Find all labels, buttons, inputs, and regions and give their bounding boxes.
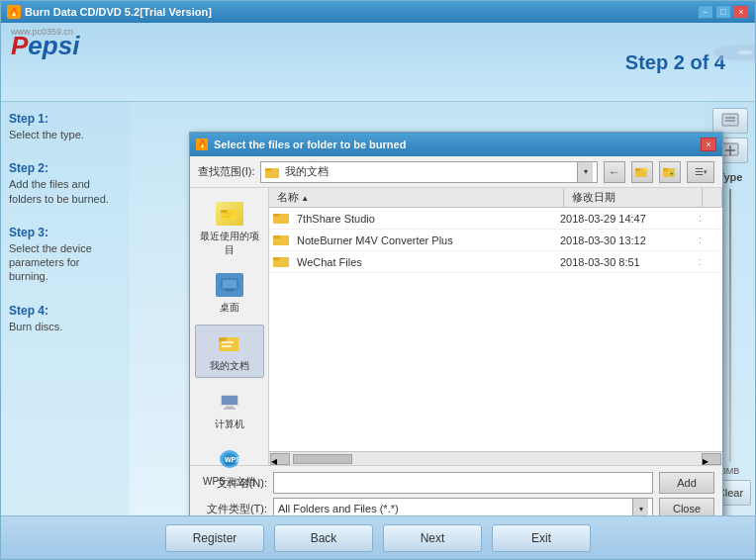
file-item-2[interactable]: WeChat Files 2018-03-30 8:51 : <box>269 251 722 273</box>
folder-up-button[interactable] <box>631 161 653 183</box>
folder-icon <box>265 165 281 179</box>
file-item-0[interactable]: 7thShare Studio 2018-03-29 14:47 : <box>269 208 722 230</box>
title-bar: 🔥 Burn Data CD/DVD 5.2[Trial Version] − … <box>1 1 755 23</box>
svg-rect-22 <box>222 345 232 347</box>
file-date-2: 2018-03-30 8:51 <box>560 256 699 268</box>
step-4-desc: Burn discs. <box>9 320 122 333</box>
folder-icon-1 <box>273 233 293 248</box>
step-3: Step 3: Select the device parameters for… <box>9 226 122 284</box>
size-label: 0MB <box>721 466 740 476</box>
file-dialog: 🔥 Select the files or folder to be burne… <box>189 132 723 515</box>
disc-decoration <box>676 23 755 102</box>
nav-recent-label: 最近使用的项目 <box>197 230 262 257</box>
slider-track <box>729 189 731 462</box>
sidebar-btn-1[interactable] <box>712 108 748 134</box>
dialog-title-text: Select the files or folder to be burned <box>214 139 701 150</box>
scroll-right-btn[interactable]: ▸ <box>702 453 721 465</box>
horizontal-scrollbar[interactable]: ◂ ▸ <box>269 451 722 465</box>
file-item-1[interactable]: NoteBurner M4V Converter Plus 2018-03-30… <box>269 230 722 251</box>
svg-point-2 <box>737 50 753 54</box>
filetype-combo[interactable]: All Folders and Files (*.*) ▾ <box>273 498 653 515</box>
filetype-combo-arrow[interactable]: ▾ <box>632 499 648 515</box>
folder-icon-2 <box>273 254 293 270</box>
minimize-button[interactable]: − <box>698 5 713 19</box>
step-2-label: Step 2: <box>9 161 122 175</box>
file-date-0: 2018-03-29 14:47 <box>560 213 699 225</box>
nav-item-mydocs[interactable]: 我的文档 <box>195 325 264 378</box>
svg-rect-25 <box>226 407 234 409</box>
svg-rect-4 <box>265 168 271 171</box>
step-4-label: Step 4: <box>9 304 122 318</box>
file-extra-2: : <box>699 256 718 267</box>
svg-text:WPS: WPS <box>225 456 240 463</box>
filetype-label: 文件类型(T): <box>198 502 267 516</box>
file-extra-1: : <box>699 234 718 245</box>
step-3-label: Step 3: <box>9 226 122 239</box>
step-4: Step 4: Burn discs. <box>9 304 122 333</box>
filelist-items: 7thShare Studio 2018-03-29 14:47 : NoteB… <box>269 208 722 451</box>
view-toggle-button[interactable]: ☰▾ <box>687 161 714 183</box>
filename-row: 文件名(N): Add <box>198 472 714 494</box>
left-sidebar: Step 1: Select the type. Step 2: Add the… <box>1 102 130 515</box>
next-button[interactable]: Next <box>383 524 482 552</box>
col-extra <box>703 188 722 207</box>
computer-icon <box>214 388 245 416</box>
step-2-desc: Add the files and folders to be burned. <box>9 177 122 206</box>
dialog-nav: 最近使用的项目 桌面 <box>190 188 269 465</box>
title-controls: − □ × <box>698 5 749 19</box>
nav-item-recent[interactable]: 最近使用的项目 <box>195 196 264 261</box>
col-name[interactable]: 名称 <box>269 188 564 207</box>
new-folder-button[interactable]: + <box>659 161 681 183</box>
svg-rect-31 <box>273 214 280 217</box>
main-content: 🔥 Select the files or folder to be burne… <box>130 102 706 515</box>
toolbar-label: 查找范围(I): <box>198 164 254 179</box>
dialog-close-button[interactable]: × <box>701 138 716 151</box>
close-dialog-button[interactable]: Close <box>659 498 714 515</box>
svg-rect-9 <box>663 168 668 171</box>
step-2: Step 2: Add the files and folders to be … <box>9 161 122 206</box>
app-icon: 🔥 <box>7 5 21 19</box>
slider-area: 0MB <box>721 187 740 476</box>
website-text: www.pc0359.cn <box>11 27 73 37</box>
close-button[interactable]: × <box>733 5 749 19</box>
header-area: Pepsi www.pc0359.cn Step 2 of 4 <box>1 23 755 102</box>
bottom-bar: Register Back Next Exit <box>1 515 755 559</box>
svg-rect-15 <box>222 279 237 289</box>
main-window: 🔥 Burn Data CD/DVD 5.2[Trial Version] − … <box>0 0 756 560</box>
nav-computer-label: 计算机 <box>215 418 244 431</box>
svg-rect-12 <box>221 210 228 213</box>
svg-rect-21 <box>222 341 234 343</box>
add-button[interactable]: Add <box>659 472 714 494</box>
svg-rect-35 <box>273 257 280 260</box>
back-button[interactable]: Back <box>274 524 373 552</box>
step-3-desc: Select the device parameters for burning… <box>9 241 122 284</box>
content-area: Step 1: Select the type. Step 2: Add the… <box>1 102 755 515</box>
filename-input[interactable] <box>273 472 653 494</box>
nav-mydocs-label: 我的文档 <box>210 359 249 373</box>
back-nav-button[interactable]: ← <box>604 161 625 183</box>
svg-rect-13 <box>223 213 233 215</box>
scroll-left-btn[interactable]: ◂ <box>270 453 290 465</box>
nav-item-computer[interactable]: 计算机 <box>195 384 264 435</box>
svg-rect-14 <box>223 216 231 218</box>
filelist-header: 名称 修改日期 <box>269 188 722 208</box>
filetype-row: 文件类型(T): All Folders and Files (*.*) ▾ C… <box>198 498 714 515</box>
dialog-bottom: 文件名(N): Add 文件类型(T): All Folders and Fil… <box>190 465 722 515</box>
file-date-1: 2018-03-30 13:12 <box>560 234 699 246</box>
register-button[interactable]: Register <box>165 524 264 552</box>
scroll-thumb[interactable] <box>293 454 352 464</box>
nav-item-desktop[interactable]: 桌面 <box>195 267 264 319</box>
file-extra-0: : <box>699 213 718 224</box>
location-combo[interactable]: 我的文档 ▾ <box>260 161 598 183</box>
svg-rect-36 <box>722 114 738 126</box>
filename-label: 文件名(N): <box>198 476 267 491</box>
col-date[interactable]: 修改日期 <box>564 188 703 207</box>
dialog-filelist: 名称 修改日期 7thShare Studio 2018- <box>269 188 722 465</box>
mydocs-icon <box>214 329 245 357</box>
exit-button[interactable]: Exit <box>492 524 591 552</box>
dialog-toolbar: 查找范围(I): 我的文档 ▾ ← <box>190 156 722 188</box>
location-combo-arrow[interactable]: ▾ <box>577 162 593 182</box>
maximize-button[interactable]: □ <box>715 5 731 19</box>
step-1: Step 1: Select the type. <box>9 112 122 141</box>
svg-rect-24 <box>222 396 237 405</box>
